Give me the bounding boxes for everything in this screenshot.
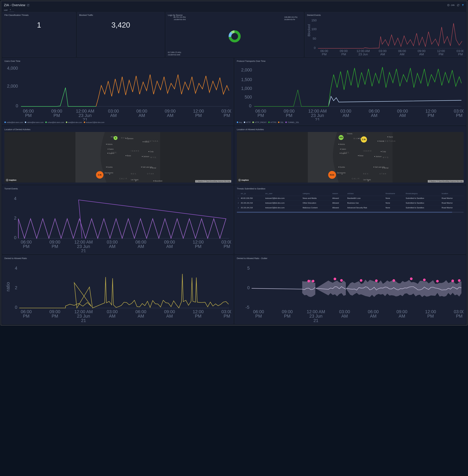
map-attribution[interactable]: © Mapbox © OpenStreetMap Improve this ma… [195,180,231,183]
svg-text:I D A H O: I D A H O [131,150,139,152]
legend-item[interactable]: HTTPS [268,121,276,123]
legend-item[interactable]: testuser2@bd-dev.com [84,121,104,123]
denied-activities-map[interactable]: W A S H. M O N T A N A O R E. I D A H O … [4,132,231,183]
svg-text:PM: PM [224,244,230,249]
svg-text:09:00: 09:00 [164,240,175,245]
svg-text:09:00: 09:00 [284,108,295,113]
table-header[interactable]: src_user [264,191,302,196]
open-external-icon[interactable] [27,4,29,6]
svg-text:06:00: 06:00 [21,309,32,314]
legend-item[interactable]: test@bd-dev.com [66,121,82,123]
svg-text:U T A H: U T A H [380,173,386,175]
svg-text:AM: AM [138,314,144,319]
panel-title: Location of Allowed Activities [237,128,464,131]
map-bubble[interactable]: 611k [328,171,336,179]
svg-text:PM: PM [52,314,58,319]
svg-text:PM: PM [195,314,201,319]
map-bubble[interactable]: 2.3k [361,136,367,143]
panel-title: Blocked Traffic [79,14,162,16]
svg-point-207 [423,279,426,281]
legend-item[interactable]: HTTP [244,121,251,123]
refresh-icon[interactable] [457,4,459,6]
table-row[interactable]: 220.191.64.218testuser2@bd-dev.comOther … [237,200,464,205]
svg-text:Havre: Havre [389,136,393,138]
donut-chart [227,29,242,44]
svg-text:03:00: 03:00 [454,108,464,113]
table-header[interactable]: src_ip [240,191,264,196]
svg-point-104 [109,174,110,174]
mapbox-logo: mapbox [6,179,16,181]
legend-item[interactable]: eddie@bd-siem.com [4,121,23,123]
donut-label-dns: 86,751 (10.3%) zscalernss-dns [168,16,186,21]
svg-text:W Y O.: W Y O. [150,157,157,158]
map-bubble[interactable]: 928 [339,135,344,140]
panel-title: Protocol Transports Over Time [237,60,464,62]
svg-text:21: 21 [83,117,88,120]
table-header[interactable]: location [441,191,464,196]
map-bubble[interactable]: 3.4k [96,171,103,179]
svg-text:AM: AM [110,113,117,118]
svg-text:12:00: 12:00 [425,309,436,314]
svg-text:Cody: Cody [382,151,386,153]
panel-denied-map: Location of Denied Activites W A S H. M … [2,126,233,184]
filter-icon[interactable] [462,4,464,6]
svg-text:C A L I F.: C A L I F. [352,178,360,180]
legend-item[interactable]: Any [237,121,242,123]
legend-item[interactable]: rohan@bd-siem.com [45,121,64,123]
svg-text:1,500: 1,500 [241,77,252,82]
filter-key: user [4,9,8,11]
svg-point-136 [381,151,381,152]
svg-text:PM: PM [456,113,462,118]
panel-users-over-time: Users Over Time 02,0004,000 06:00PM09:00… [2,58,233,125]
filter-value[interactable]: * [9,9,14,12]
svg-text:C A L I F.: C A L I F. [119,178,128,180]
map-bubble[interactable]: 9 [114,136,117,140]
legend-item[interactable]: HTTP_PROXY [252,121,267,123]
table-row[interactable]: 140.83.138.250testuser2@bd-dev.comNews a… [237,196,464,200]
table-header[interactable]: reason [331,191,346,196]
table-row[interactable]: 320.191.64.218testuser2@bd-dev.comMalici… [237,205,464,210]
sandbox-table: src_ipsrc_usercategoryreasonurlclassthre… [237,191,464,210]
map-attribution[interactable]: © Mapbox © Open3treetMap Improve this ma… [428,180,464,183]
time-range-picker[interactable]: -24h [447,4,455,6]
svg-text:I D A H O: I D A H O [363,150,372,152]
panel-ratio: Denied to Allowed Ratio ratio 024 06:00P… [2,255,233,324]
svg-point-106 [135,181,136,181]
allowed-activities-map[interactable]: Victoria W A S H. M O N T A N A O R E. I… [237,132,464,183]
svg-text:Bloomfield: Bloomfield [155,180,162,182]
svg-text:AM: AM [109,314,116,319]
svg-text:5: 5 [247,266,250,271]
svg-text:Astoria: Astoria [340,143,345,145]
svg-point-100 [141,167,142,167]
svg-point-84 [143,141,143,142]
panel-tunnel-events: Tunnel Events 024 06:00PM09:00PM12:00 AM… [2,186,233,254]
svg-text:Victoria: Victoria [347,133,352,135]
table-header[interactable]: category [302,191,331,196]
legend-item[interactable]: SSL [278,121,284,123]
svg-text:150: 150 [311,19,317,22]
svg-text:06:00: 06:00 [23,108,34,113]
filter-bar: user * [2,8,466,12]
panel-title: Tunnel Events [4,187,231,190]
legend-item[interactable]: rahim@bd-siem.com [25,121,44,123]
svg-point-203 [360,279,362,282]
svg-point-82 [126,138,126,139]
legend-item[interactable]: TUNNEL_SSL [285,121,299,123]
table-header[interactable]: threatname [385,191,405,196]
svg-text:100: 100 [311,27,317,31]
svg-point-140 [338,167,339,167]
table-header[interactable]: urlclass [346,191,385,196]
horizontal-scrollbar[interactable] [237,212,464,213]
svg-text:N E V.: N E V. [363,173,369,175]
svg-text:AM: AM [341,314,348,319]
svg-text:PM: PM [341,53,346,55]
panel-allowed-map: Location of Allowed Activities Victoria … [235,126,466,184]
svg-text:23 Jun: 23 Jun [358,53,368,55]
svg-text:23 Jun: 23 Jun [79,113,92,118]
panel-title: Denied to Allowed Ratio [4,257,231,260]
table-header[interactable]: threatcategory [405,191,441,196]
svg-point-94 [148,151,149,152]
svg-text:AM: AM [343,113,349,118]
mapbox-logo: mapbox [238,179,249,181]
svg-text:03:00: 03:00 [107,240,118,245]
